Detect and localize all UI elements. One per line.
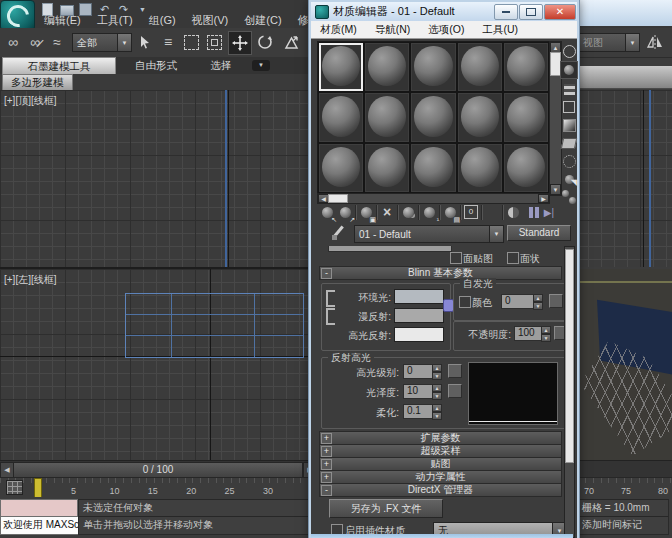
shader-dropdown-clipped[interactable] <box>328 246 452 252</box>
sample-slot-11[interactable] <box>364 143 410 193</box>
material-name-combo[interactable]: 01 - Default ▼ <box>354 225 504 243</box>
sample-slot-1[interactable] <box>364 42 410 92</box>
ribbon-tab-graphite[interactable]: 石墨建模工具 <box>2 57 116 75</box>
sample-slot-10[interactable] <box>318 143 364 193</box>
collapse-icon[interactable]: - <box>321 485 332 496</box>
coord-system-arrow-icon[interactable]: ▼ <box>625 34 639 51</box>
gloss-spinner[interactable]: ▲▼ <box>432 384 442 398</box>
face-map-checkbox[interactable] <box>450 252 462 264</box>
selfillum-color-checkbox[interactable] <box>459 296 471 308</box>
expand-icon[interactable]: + <box>321 472 332 483</box>
sample-slot-3[interactable] <box>457 42 503 92</box>
main-menu-item-0[interactable]: 编辑(E) <box>36 13 89 28</box>
viewport-left-label[interactable]: [+][左][线框] <box>4 273 57 287</box>
main-menu-item-3[interactable]: 视图(V) <box>184 13 237 28</box>
opacity-value-field[interactable]: 100 <box>514 326 543 341</box>
sample-slot-4[interactable] <box>503 42 549 92</box>
show-end-result-icon[interactable] <box>504 204 522 221</box>
video-color-check-icon[interactable] <box>561 117 577 133</box>
viewport-perspective[interactable] <box>575 269 672 460</box>
maxscript-listener-line[interactable]: 欢迎使用 MAXScript <box>0 516 80 535</box>
params-scroll-thumb[interactable] <box>565 249 574 463</box>
app-logo-icon[interactable] <box>0 0 35 31</box>
scroll-right-icon[interactable]: ▶ <box>538 194 549 203</box>
get-material-icon[interactable]: ↖ <box>318 204 336 221</box>
me-menu-item-0[interactable]: 材质(M) <box>311 21 366 38</box>
spec-level-field[interactable]: 0 <box>403 364 434 379</box>
rollout-0[interactable]: +扩展参数 <box>319 431 562 445</box>
ambient-color-swatch[interactable] <box>394 289 444 304</box>
selection-filter-arrow-icon[interactable]: ▼ <box>117 34 131 51</box>
make-preview-icon[interactable] <box>561 135 577 151</box>
selfillum-map-button[interactable] <box>549 294 563 308</box>
select-and-rotate-icon[interactable] <box>254 31 276 53</box>
put-to-library-icon[interactable]: ▤ <box>441 204 459 221</box>
sample-slot-7[interactable] <box>410 92 456 142</box>
rectangular-selection-region-icon[interactable] <box>180 31 202 53</box>
sample-slot-5[interactable] <box>318 92 364 142</box>
rollout-3[interactable]: +动力学属性 <box>319 470 562 484</box>
close-button[interactable]: ✕ <box>544 4 576 20</box>
specular-color-swatch[interactable] <box>394 327 444 342</box>
blinn-rollout-header[interactable]: - Blinn 基本参数 <box>319 266 562 280</box>
sample-uv-tiling-icon[interactable] <box>561 99 577 115</box>
coord-system-combo[interactable]: 视图 ▼ <box>578 33 640 52</box>
wireframe-plane-object[interactable] <box>125 293 304 358</box>
me-menu-item-1[interactable]: 导航(N) <box>366 21 420 38</box>
minimize-button[interactable] <box>494 4 518 20</box>
ribbon-tab-selection[interactable]: 选择 <box>196 57 246 74</box>
select-and-move-icon[interactable] <box>228 31 252 55</box>
sample-slot-14[interactable] <box>503 143 549 193</box>
mini-curve-editor-icon[interactable] <box>6 480 23 495</box>
go-forward-to-sibling-icon[interactable]: ▶| <box>540 204 558 221</box>
diffuse-specular-lock-icon[interactable] <box>326 308 335 325</box>
soften-spinner[interactable]: ▲▼ <box>432 404 442 418</box>
previous-frame-icon[interactable]: ◀ <box>0 462 14 478</box>
faceted-checkbox[interactable] <box>507 252 519 264</box>
gloss-field[interactable]: 10 <box>403 384 434 399</box>
reset-map-icon[interactable]: × <box>378 204 396 221</box>
maxscript-mini-listener[interactable] <box>0 499 78 517</box>
soften-field[interactable]: 0.1 <box>403 404 434 419</box>
sample-slot-12[interactable] <box>410 143 456 193</box>
ambient-diffuse-lock-icon[interactable] <box>326 290 335 307</box>
save-fx-file-button[interactable]: 另存为 .FX 文件 <box>329 499 443 518</box>
material-type-button[interactable]: Standard <box>507 225 571 241</box>
material-name-arrow-icon[interactable]: ▼ <box>489 226 503 242</box>
select-object-icon[interactable] <box>134 31 156 53</box>
bind-to-spacewarp-icon[interactable]: ≈ <box>46 31 68 53</box>
spec-level-spinner[interactable]: ▲▼ <box>432 364 442 378</box>
expand-icon[interactable]: + <box>321 433 332 444</box>
scroll-down-icon[interactable]: ▼ <box>550 184 561 195</box>
put-material-to-scene-icon[interactable]: ↗ <box>336 204 354 221</box>
time-marker[interactable] <box>34 478 42 499</box>
sample-slot-0[interactable] <box>318 42 364 92</box>
material-editor-titlebar[interactable]: 材质编辑器 - 01 - Default ✕ <box>311 2 577 21</box>
ribbon-subtab-polygon-modeling[interactable]: 多边形建模 <box>2 74 73 91</box>
material-id-channel-icon[interactable]: 0 <box>462 204 480 221</box>
backlight-icon[interactable] <box>560 61 578 79</box>
params-scrollbar[interactable] <box>564 246 575 538</box>
go-to-parent-icon[interactable] <box>522 204 540 221</box>
select-and-scale-icon[interactable] <box>280 31 302 53</box>
directx-rollout-header[interactable]: - DirectX 管理器 <box>319 483 562 497</box>
expand-icon[interactable]: + <box>321 459 332 470</box>
opacity-spinner[interactable]: ▲▼ <box>541 326 551 340</box>
main-menu-item-4[interactable]: 创建(C) <box>236 13 289 28</box>
add-time-tag[interactable]: 添加时间标记 <box>577 516 669 535</box>
main-menu-item-1[interactable]: 工具(T) <box>89 13 141 28</box>
selfillum-spinner[interactable]: ▲▼ <box>533 294 543 308</box>
selfillum-value-field[interactable]: 0 <box>501 294 534 309</box>
collapse-icon[interactable]: - <box>321 268 332 279</box>
rollout-1[interactable]: +超级采样 <box>319 444 562 458</box>
main-menu-item-2[interactable]: 组(G) <box>141 13 184 28</box>
rollout-2[interactable]: +贴图 <box>319 457 562 471</box>
me-menu-item-3[interactable]: 工具(U) <box>474 21 528 38</box>
sample-slot-2[interactable] <box>410 42 456 92</box>
sample-slot-13[interactable] <box>457 143 503 193</box>
mirror-icon[interactable] <box>644 31 666 53</box>
viewport-top-label[interactable]: [+][顶][线框] <box>4 94 57 108</box>
window-crossing-icon[interactable] <box>203 31 225 53</box>
unlink-selection-icon[interactable]: ∞̷ <box>24 31 46 53</box>
select-and-link-icon[interactable]: ∞ <box>2 31 24 53</box>
